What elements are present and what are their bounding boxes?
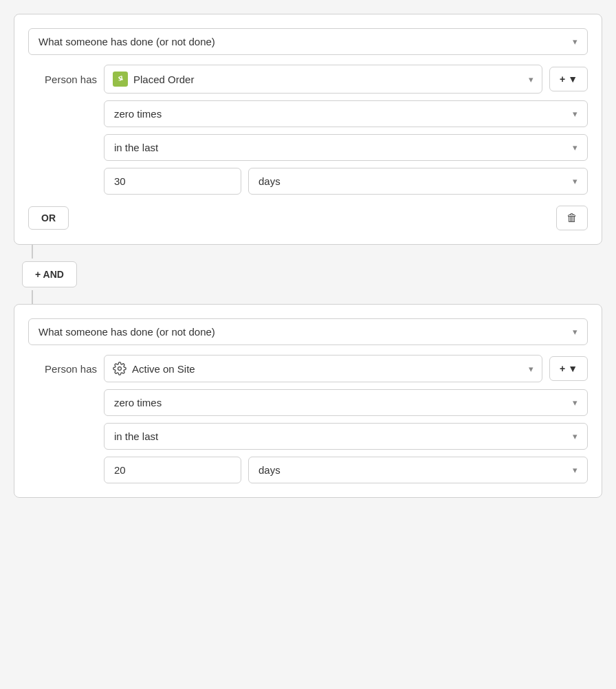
timeframe-select-1[interactable]: in the last ▾	[104, 134, 588, 161]
unit-select-1[interactable]: days ▾	[248, 168, 588, 195]
chevron-down-icon-time-1: ▾	[573, 142, 578, 153]
frequency-label-2: zero times	[114, 397, 162, 408]
and-connector: + AND	[14, 245, 602, 304]
timeframe-select-2[interactable]: in the last ▾	[104, 423, 588, 450]
unit-select-2[interactable]: days ▾	[248, 457, 588, 483]
timeframe-label-2: in the last	[114, 430, 158, 442]
condition-type-label-1: What someone has done (or not done)	[38, 36, 215, 47]
chevron-down-icon-event-2: ▾	[529, 364, 534, 374]
unit-label-2: days	[258, 464, 280, 476]
bottom-row-1: OR 🗑	[28, 206, 588, 230]
person-has-label-2: Person has	[28, 363, 97, 375]
filter-funnel-icon-1: ▼	[568, 74, 578, 85]
delete-button-1[interactable]: 🗑	[556, 206, 588, 230]
event-select-2[interactable]: Active on Site ▾	[104, 355, 542, 382]
person-has-row-1: Person has Placed Order ▾ + ▼	[28, 65, 588, 94]
chevron-down-icon-time-2: ▾	[573, 431, 578, 441]
condition-block-2: What someone has done (or not done) ▾ Pe…	[14, 304, 602, 498]
condition-type-select-1[interactable]: What someone has done (or not done) ▾	[28, 28, 588, 55]
and-button[interactable]: + AND	[22, 261, 77, 287]
frequency-label-1: zero times	[114, 108, 162, 120]
number-unit-row-2: days ▾	[104, 457, 588, 483]
person-has-label-1: Person has	[28, 74, 97, 85]
unit-label-1: days	[258, 175, 280, 187]
filter-funnel-icon-2: ▼	[568, 363, 578, 374]
filter-plus-icon-2: +	[560, 363, 565, 374]
frequency-select-1[interactable]: zero times ▾	[104, 100, 588, 127]
chevron-down-icon-1: ▾	[573, 36, 578, 47]
filter-plus-icon-1: +	[560, 74, 565, 85]
vertical-line-2	[32, 290, 33, 304]
sub-selects-col-2: zero times ▾ in the last ▾ days ▾	[104, 389, 588, 483]
gear-icon-1	[113, 362, 126, 375]
event-label-2: Active on Site	[132, 363, 195, 375]
trash-icon-1: 🗑	[566, 212, 578, 223]
condition-type-row-2: What someone has done (or not done) ▾	[28, 318, 588, 345]
chevron-down-icon-unit-1: ▾	[573, 176, 578, 186]
frequency-select-2[interactable]: zero times ▾	[104, 389, 588, 416]
chevron-down-icon-2: ▾	[573, 327, 578, 337]
event-select-1[interactable]: Placed Order ▾	[104, 65, 542, 94]
person-has-row-2: Person has Active on Site ▾ + ▼	[28, 355, 588, 382]
shopify-icon-1	[113, 72, 128, 87]
sub-selects-col-1: zero times ▾ in the last ▾ days ▾	[104, 100, 588, 195]
vertical-line-1	[32, 245, 33, 259]
condition-type-select-2[interactable]: What someone has done (or not done) ▾	[28, 318, 588, 345]
chevron-down-icon-freq-2: ▾	[573, 397, 578, 408]
add-filter-button-1[interactable]: + ▼	[549, 67, 588, 91]
condition-type-row-1: What someone has done (or not done) ▾	[28, 28, 588, 55]
or-button-1[interactable]: OR	[28, 206, 69, 230]
condition-type-label-2: What someone has done (or not done)	[38, 326, 215, 338]
timeframe-label-1: in the last	[114, 142, 158, 153]
chevron-down-icon-unit-2: ▾	[573, 465, 578, 475]
number-input-2[interactable]	[104, 457, 241, 483]
event-select-inner-2: Active on Site	[113, 362, 195, 375]
condition-block-1: What someone has done (or not done) ▾ Pe…	[14, 14, 602, 245]
event-select-inner-1: Placed Order	[113, 72, 194, 87]
chevron-down-icon-freq-1: ▾	[573, 109, 578, 119]
number-unit-row-1: days ▾	[104, 168, 588, 195]
add-filter-button-2[interactable]: + ▼	[549, 356, 588, 381]
number-input-1[interactable]	[104, 168, 241, 195]
chevron-down-icon-event-1: ▾	[529, 74, 534, 85]
event-label-1: Placed Order	[133, 74, 194, 85]
